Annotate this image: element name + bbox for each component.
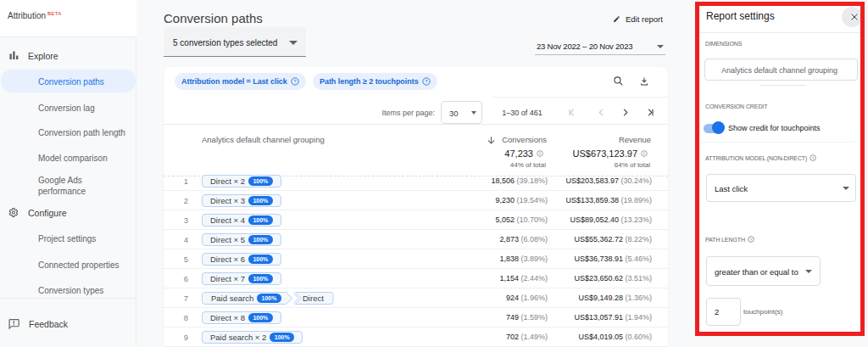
svg-text:?: ? [425,79,427,84]
svg-text:?: ? [293,79,296,84]
